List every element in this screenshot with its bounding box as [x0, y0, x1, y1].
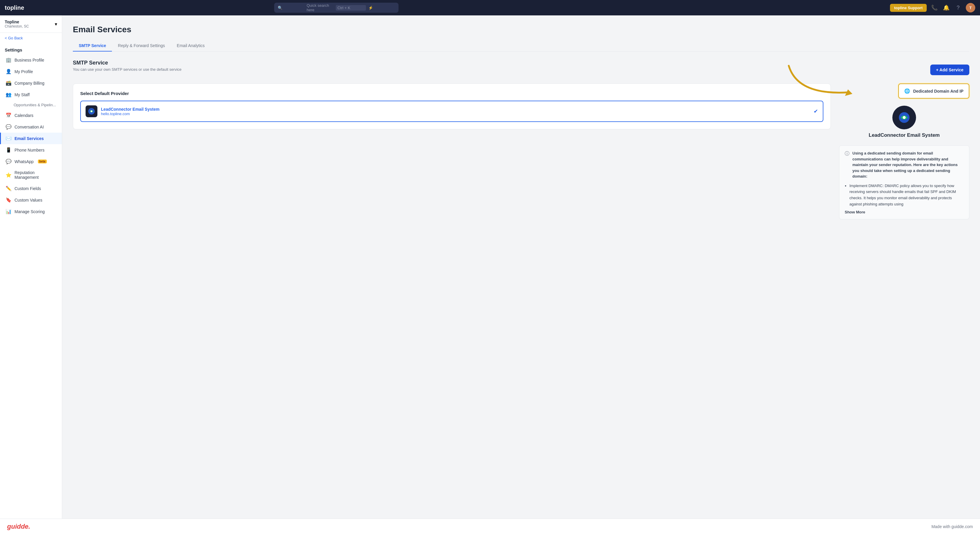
sidebar-item-company-billing[interactable]: 🗃️ Company Billing	[0, 77, 62, 89]
watermark-bar: guidde. Made with guidde.com	[0, 519, 980, 534]
nav-right: topline Support 📞 🔔 ? T	[890, 3, 975, 13]
info-box: ⓘ Using a dedicated sending domain for e…	[839, 145, 969, 219]
company-name: Topline	[5, 19, 29, 24]
provider-info: LeadConnector Email System hello.topline…	[101, 107, 810, 116]
values-icon: 🔖	[6, 197, 11, 203]
dedicated-domain-label: Dedicated Domain And IP	[913, 89, 963, 94]
settings-title: Settings	[0, 43, 62, 54]
sidebar-label: Calendars	[14, 113, 33, 118]
avatar[interactable]: T	[966, 3, 975, 13]
sidebar-label: My Staff	[14, 92, 30, 97]
support-button[interactable]: topline Support	[890, 4, 927, 12]
sidebar-label: Custom Fields	[14, 186, 41, 191]
sidebar-item-custom-fields[interactable]: ✏️ Custom Fields	[0, 183, 62, 194]
provider-display: LeadConnector Email System	[839, 103, 969, 141]
phone-icon[interactable]: 📞	[930, 3, 939, 12]
info-list-item: Implement DMARC: DMARC policy allows you…	[850, 183, 964, 208]
checkmark-icon: ✔	[814, 108, 818, 114]
svg-point-1	[91, 110, 92, 112]
guidde-logo: guidde.	[7, 523, 30, 531]
star-icon: ⭐	[6, 172, 11, 178]
tab-smtp[interactable]: SMTP Service	[73, 40, 112, 51]
email-icon: ✉️	[6, 135, 11, 141]
sidebar-label: Company Billing	[14, 81, 45, 86]
sidebar-label: Business Profile	[14, 58, 44, 62]
go-back-link[interactable]: < Go Back	[0, 33, 62, 43]
info-box-header: ⓘ Using a dedicated sending domain for e…	[845, 150, 964, 180]
search-shortcut: Ctrl + K	[336, 5, 366, 11]
sidebar-item-business-profile[interactable]: 🏢 Business Profile	[0, 54, 62, 66]
guidde-tagline: Made with guidde.com	[931, 524, 973, 529]
sidebar-item-my-profile[interactable]: 👤 My Profile	[0, 66, 62, 77]
whatsapp-icon: 💬	[6, 159, 11, 164]
right-panel: 🌐 Dedicated Domain And IP LeadConnector …	[839, 83, 969, 219]
billing-icon: 🗃️	[6, 80, 11, 86]
globe-icon: 🌐	[904, 88, 910, 94]
main-layout: Topline Charleston, SC ▾ < Go Back Setti…	[0, 15, 980, 534]
provider-name: LeadConnector Email System	[101, 107, 810, 111]
tab-analytics[interactable]: Email Analytics	[171, 40, 210, 51]
tabs-bar: SMTP Service Reply & Forward Settings Em…	[73, 40, 969, 51]
company-location: Charleston, SC	[5, 24, 29, 29]
sidebar-item-calendars[interactable]: 📅 Calendars	[0, 110, 62, 121]
section-desc: You can use your own SMTP services or us…	[73, 67, 181, 72]
company-selector[interactable]: Topline Charleston, SC ▾	[0, 15, 62, 33]
app-logo: topline	[5, 5, 24, 11]
fields-icon: ✏️	[6, 186, 11, 191]
provider-logo	[86, 105, 97, 117]
sidebar-item-my-staff[interactable]: 👥 My Staff	[0, 89, 62, 100]
provider-big-name: LeadConnector Email System	[869, 132, 940, 138]
scoring-icon: 📊	[6, 209, 11, 214]
sidebar-label: Email Services	[14, 136, 44, 141]
sidebar-item-manage-scoring[interactable]: 📊 Manage Scoring	[0, 206, 62, 217]
sidebar-item-phone-numbers[interactable]: 📱 Phone Numbers	[0, 144, 62, 156]
svg-point-4	[903, 116, 906, 119]
sidebar-label: Custom Values	[14, 198, 42, 202]
svg-marker-2	[845, 89, 853, 96]
section-title: SMTP Service	[73, 60, 181, 66]
user-icon: 👤	[6, 69, 11, 74]
panel-subtitle: Select Default Provider	[80, 91, 823, 96]
smtp-content-area: Select Default Provider LeadConnector Em…	[73, 83, 969, 219]
main-content: Email Services SMTP Service Reply & Forw…	[62, 15, 980, 534]
building-icon: 🏢	[6, 57, 11, 63]
phone-icon: 📱	[6, 147, 11, 153]
left-panel: Select Default Provider LeadConnector Em…	[73, 83, 831, 129]
sidebar-item-conversation-ai[interactable]: 💬 Conversation AI	[0, 121, 62, 133]
show-more-button[interactable]: Show More	[845, 210, 964, 214]
search-bar[interactable]: 🔍 Quick search here Ctrl + K ⚡	[274, 3, 399, 13]
sidebar-item-custom-values[interactable]: 🔖 Custom Values	[0, 194, 62, 206]
provider-card-leadconnector[interactable]: LeadConnector Email System hello.topline…	[80, 101, 823, 122]
sidebar-label: Reputation Management	[14, 170, 57, 180]
leadconnector-logo-icon	[88, 107, 95, 116]
sidebar-label: Phone Numbers	[14, 148, 45, 153]
help-icon[interactable]: ?	[954, 3, 962, 12]
tab-reply-forward[interactable]: Reply & Forward Settings	[112, 40, 171, 51]
dedicated-domain-card[interactable]: 🌐 Dedicated Domain And IP	[898, 83, 969, 99]
sidebar-item-opportunities[interactable]: Opportunities & Pipelin...	[0, 100, 62, 110]
top-navigation: topline 🔍 Quick search here Ctrl + K ⚡ t…	[0, 0, 980, 15]
chat-icon: 💬	[6, 124, 11, 130]
provider-big-logo-icon	[897, 110, 911, 125]
sidebar-item-email-services[interactable]: ✉️ Email Services	[0, 133, 62, 144]
info-list: Implement DMARC: DMARC policy allows you…	[850, 183, 964, 208]
info-main-text: Using a dedicated sending domain for ema…	[853, 150, 964, 180]
provider-big-logo	[892, 106, 916, 129]
calendar-icon: 📅	[6, 113, 11, 118]
sidebar-label: Manage Scoring	[14, 209, 45, 214]
bell-icon[interactable]: 🔔	[942, 3, 950, 12]
sidebar: Topline Charleston, SC ▾ < Go Back Setti…	[0, 15, 62, 534]
sidebar-label: WhatsApp	[14, 159, 34, 164]
add-service-button[interactable]: + Add Service	[930, 65, 969, 75]
search-icon: 🔍	[278, 6, 304, 10]
provider-email: hello.topline.com	[101, 111, 810, 116]
chevron-down-icon: ▾	[55, 21, 57, 27]
sidebar-label: My Profile	[14, 69, 33, 74]
sidebar-item-reputation[interactable]: ⭐ Reputation Management	[0, 167, 62, 183]
beta-badge: beta	[38, 159, 47, 164]
info-circle-icon: ⓘ	[845, 151, 850, 180]
lightning-icon: ⚡	[368, 6, 395, 10]
staff-icon: 👥	[6, 92, 11, 97]
sidebar-label: Conversation AI	[14, 125, 44, 129]
sidebar-item-whatsapp[interactable]: 💬 WhatsApp beta	[0, 156, 62, 167]
